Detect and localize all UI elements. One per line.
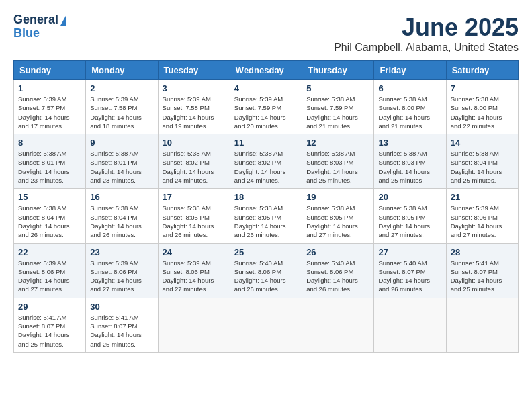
day-info: Sunrise: 5:38 AMSunset: 8:05 PMDaylight:… <box>234 203 298 239</box>
day-info: Sunrise: 5:39 AMSunset: 8:06 PMDaylight:… <box>451 203 514 239</box>
calendar-cell: 10Sunrise: 5:38 AMSunset: 8:02 PMDayligh… <box>158 134 230 189</box>
day-info: Sunrise: 5:38 AMSunset: 8:00 PMDaylight:… <box>378 95 441 130</box>
day-info: Sunrise: 5:38 AMSunset: 8:03 PMDaylight:… <box>378 149 441 185</box>
day-number: 28 <box>451 247 514 257</box>
day-info: Sunrise: 5:39 AMSunset: 7:59 PMDaylight:… <box>234 95 298 130</box>
day-number: 10 <box>163 138 226 148</box>
day-number: 4 <box>234 83 298 93</box>
calendar-cell: 14Sunrise: 5:38 AMSunset: 8:04 PMDayligh… <box>446 134 518 189</box>
day-info: Sunrise: 5:38 AMSunset: 8:05 PMDaylight:… <box>378 203 441 239</box>
calendar-cell: 5Sunrise: 5:38 AMSunset: 7:59 PMDaylight… <box>302 80 374 134</box>
calendar-cell: 3Sunrise: 5:39 AMSunset: 7:58 PMDaylight… <box>158 80 230 134</box>
logo-triangle-icon <box>60 15 66 26</box>
day-info: Sunrise: 5:38 AMSunset: 8:04 PMDaylight:… <box>18 203 81 239</box>
day-number: 18 <box>234 192 298 202</box>
day-number: 25 <box>234 247 298 257</box>
day-number: 7 <box>451 83 514 93</box>
day-number: 26 <box>306 247 369 257</box>
calendar-cell: 2Sunrise: 5:39 AMSunset: 7:58 PMDaylight… <box>86 80 158 134</box>
calendar-cell <box>230 298 302 352</box>
day-info: Sunrise: 5:39 AMSunset: 7:58 PMDaylight:… <box>90 95 153 130</box>
weekday-header-saturday: Saturday <box>446 61 518 80</box>
calendar-week-row: 15Sunrise: 5:38 AMSunset: 8:04 PMDayligh… <box>14 189 519 243</box>
day-info: Sunrise: 5:41 AMSunset: 8:07 PMDaylight:… <box>18 313 81 349</box>
day-number: 30 <box>90 302 153 312</box>
calendar-cell: 15Sunrise: 5:38 AMSunset: 8:04 PMDayligh… <box>14 189 86 243</box>
calendar-cell: 8Sunrise: 5:38 AMSunset: 8:01 PMDaylight… <box>14 134 86 189</box>
day-number: 24 <box>163 247 226 257</box>
weekday-header-thursday: Thursday <box>302 61 374 80</box>
day-number: 21 <box>451 192 514 202</box>
day-info: Sunrise: 5:39 AMSunset: 7:57 PMDaylight:… <box>18 95 81 130</box>
day-info: Sunrise: 5:39 AMSunset: 7:58 PMDaylight:… <box>163 95 226 130</box>
day-info: Sunrise: 5:38 AMSunset: 8:04 PMDaylight:… <box>451 149 514 185</box>
calendar-table: SundayMondayTuesdayWednesdayThursdayFrid… <box>13 60 519 353</box>
day-number: 20 <box>378 192 441 202</box>
day-number: 11 <box>234 138 298 148</box>
day-number: 17 <box>163 192 226 202</box>
calendar-header-row: SundayMondayTuesdayWednesdayThursdayFrid… <box>14 61 519 80</box>
calendar-cell: 17Sunrise: 5:38 AMSunset: 8:05 PMDayligh… <box>158 189 230 243</box>
calendar-cell: 7Sunrise: 5:38 AMSunset: 8:00 PMDaylight… <box>446 80 518 134</box>
calendar-cell <box>374 298 446 352</box>
logo: General Blue <box>13 13 66 40</box>
calendar-cell: 11Sunrise: 5:38 AMSunset: 8:02 PMDayligh… <box>230 134 302 189</box>
calendar-cell: 19Sunrise: 5:38 AMSunset: 8:05 PMDayligh… <box>302 189 374 243</box>
day-info: Sunrise: 5:39 AMSunset: 8:06 PMDaylight:… <box>90 259 153 294</box>
day-number: 23 <box>90 247 153 257</box>
location-subtitle: Phil Campbell, Alabama, United States <box>334 42 519 54</box>
day-info: Sunrise: 5:41 AMSunset: 8:07 PMDaylight:… <box>451 259 514 294</box>
calendar-cell: 20Sunrise: 5:38 AMSunset: 8:05 PMDayligh… <box>374 189 446 243</box>
calendar-week-row: 22Sunrise: 5:39 AMSunset: 8:06 PMDayligh… <box>14 243 519 298</box>
day-number: 29 <box>18 302 81 312</box>
calendar-cell <box>158 298 230 352</box>
calendar-cell: 25Sunrise: 5:40 AMSunset: 8:06 PMDayligh… <box>230 243 302 298</box>
day-number: 19 <box>306 192 369 202</box>
day-number: 8 <box>18 138 81 148</box>
day-info: Sunrise: 5:38 AMSunset: 8:02 PMDaylight:… <box>234 149 298 185</box>
day-info: Sunrise: 5:38 AMSunset: 8:05 PMDaylight:… <box>163 203 226 239</box>
day-number: 27 <box>378 247 441 257</box>
day-number: 22 <box>18 247 81 257</box>
calendar-cell: 27Sunrise: 5:40 AMSunset: 8:07 PMDayligh… <box>374 243 446 298</box>
logo-blue: Blue <box>13 27 40 40</box>
day-number: 5 <box>306 83 369 93</box>
day-info: Sunrise: 5:40 AMSunset: 8:07 PMDaylight:… <box>378 259 441 294</box>
day-info: Sunrise: 5:38 AMSunset: 8:05 PMDaylight:… <box>306 203 369 239</box>
day-info: Sunrise: 5:38 AMSunset: 8:01 PMDaylight:… <box>18 149 81 185</box>
calendar-week-row: 8Sunrise: 5:38 AMSunset: 8:01 PMDaylight… <box>14 134 519 189</box>
calendar-cell <box>302 298 374 352</box>
calendar-cell: 23Sunrise: 5:39 AMSunset: 8:06 PMDayligh… <box>86 243 158 298</box>
day-number: 13 <box>378 138 441 148</box>
title-block: June 2025 Phil Campbell, Alabama, United… <box>334 13 519 54</box>
day-number: 2 <box>90 83 153 93</box>
day-info: Sunrise: 5:39 AMSunset: 8:06 PMDaylight:… <box>18 259 81 294</box>
weekday-header-monday: Monday <box>86 61 158 80</box>
calendar-cell: 24Sunrise: 5:39 AMSunset: 8:06 PMDayligh… <box>158 243 230 298</box>
day-number: 16 <box>90 192 153 202</box>
calendar-cell: 21Sunrise: 5:39 AMSunset: 8:06 PMDayligh… <box>446 189 518 243</box>
calendar-week-row: 1Sunrise: 5:39 AMSunset: 7:57 PMDaylight… <box>14 80 519 134</box>
day-number: 14 <box>451 138 514 148</box>
weekday-header-sunday: Sunday <box>14 61 86 80</box>
calendar-cell: 18Sunrise: 5:38 AMSunset: 8:05 PMDayligh… <box>230 189 302 243</box>
calendar-cell <box>446 298 518 352</box>
day-info: Sunrise: 5:38 AMSunset: 8:04 PMDaylight:… <box>90 203 153 239</box>
calendar-cell: 4Sunrise: 5:39 AMSunset: 7:59 PMDaylight… <box>230 80 302 134</box>
day-info: Sunrise: 5:38 AMSunset: 8:01 PMDaylight:… <box>90 149 153 185</box>
day-info: Sunrise: 5:41 AMSunset: 8:07 PMDaylight:… <box>90 313 153 349</box>
calendar-cell: 13Sunrise: 5:38 AMSunset: 8:03 PMDayligh… <box>374 134 446 189</box>
day-number: 6 <box>378 83 441 93</box>
calendar-week-row: 29Sunrise: 5:41 AMSunset: 8:07 PMDayligh… <box>14 298 519 352</box>
calendar-cell: 22Sunrise: 5:39 AMSunset: 8:06 PMDayligh… <box>14 243 86 298</box>
day-number: 15 <box>18 192 81 202</box>
day-number: 12 <box>306 138 369 148</box>
calendar-cell: 6Sunrise: 5:38 AMSunset: 8:00 PMDaylight… <box>374 80 446 134</box>
calendar-cell: 28Sunrise: 5:41 AMSunset: 8:07 PMDayligh… <box>446 243 518 298</box>
day-number: 3 <box>163 83 226 93</box>
weekday-header-friday: Friday <box>374 61 446 80</box>
day-info: Sunrise: 5:38 AMSunset: 8:02 PMDaylight:… <box>163 149 226 185</box>
calendar-cell: 29Sunrise: 5:41 AMSunset: 8:07 PMDayligh… <box>14 298 86 352</box>
calendar-cell: 9Sunrise: 5:38 AMSunset: 8:01 PMDaylight… <box>86 134 158 189</box>
calendar-cell: 30Sunrise: 5:41 AMSunset: 8:07 PMDayligh… <box>86 298 158 352</box>
